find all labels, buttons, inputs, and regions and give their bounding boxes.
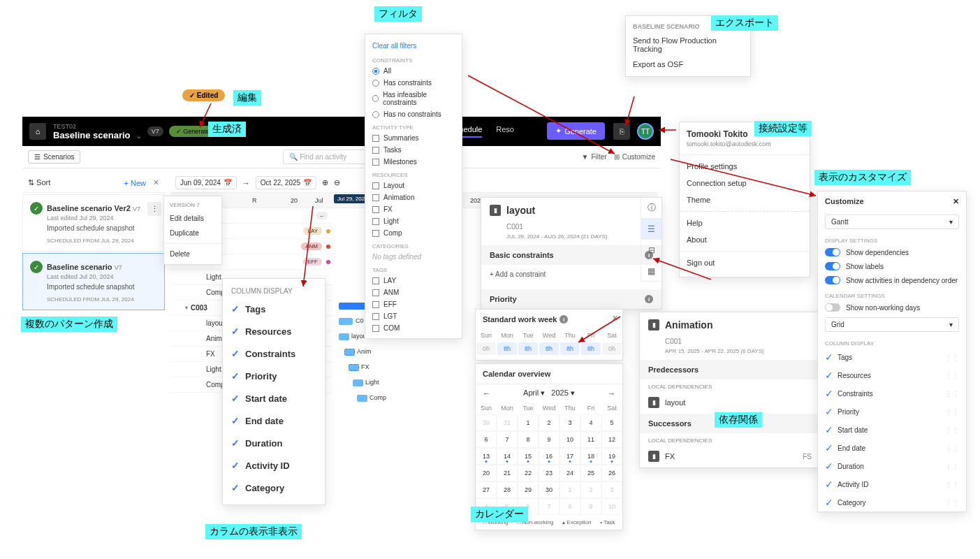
filter-tasks[interactable]: Tasks	[365, 144, 462, 156]
generate-button[interactable]: ✦ Generate	[547, 122, 605, 140]
hours-mon[interactable]: 8h	[497, 342, 517, 355]
calendar-day[interactable]: 28	[497, 481, 518, 498]
list-icon[interactable]: ☰	[641, 219, 661, 240]
calendar-day[interactable]: 13	[476, 448, 497, 465]
calendar-day[interactable]: 1	[560, 481, 580, 498]
filter-summaries[interactable]: Summaries	[365, 132, 462, 144]
calendar-day[interactable]: 4	[580, 414, 601, 431]
toggle-dependencies[interactable]: Show dependencies	[818, 245, 966, 259]
calendar-day[interactable]: 30	[476, 414, 497, 431]
filter-all[interactable]: All	[365, 65, 462, 77]
view-grid-select[interactable]: Grid▾	[825, 317, 959, 332]
duplicate-item[interactable]: Duplicate	[164, 226, 221, 240]
calendar-day[interactable]: 18	[580, 448, 601, 465]
export-icon[interactable]: ⎘	[613, 123, 630, 140]
export-osf-item[interactable]: Export as OSF	[626, 57, 750, 72]
hours-tue[interactable]: 8h	[518, 342, 538, 355]
calendar-day[interactable]: 14	[497, 448, 518, 465]
col-tags[interactable]: ✓Tags	[226, 298, 322, 320]
calendar-day[interactable]: 23	[539, 465, 560, 481]
calendar-day[interactable]: 5	[601, 414, 622, 431]
signout-item[interactable]: Sign out	[680, 254, 810, 271]
home-icon[interactable]: ⌂	[29, 123, 46, 140]
filter-animation[interactable]: Animation	[365, 191, 462, 203]
calendar-day[interactable]: 31	[497, 414, 518, 431]
calendar-day[interactable]: 19	[601, 448, 622, 465]
col-resources[interactable]: ✓Resources	[226, 320, 322, 342]
calendar-day[interactable]: 1	[518, 414, 539, 431]
tag-com[interactable]: COM	[365, 322, 462, 334]
about-item[interactable]: About	[680, 231, 810, 248]
predecessor-item[interactable]: ▮layout	[640, 391, 820, 414]
cc-enddate[interactable]: ✓End date⋮⋮	[818, 439, 966, 457]
calendar-day[interactable]: 30	[539, 481, 560, 498]
hours-sat[interactable]: 0h	[602, 342, 622, 355]
zoom-out-icon[interactable]: ⊖	[334, 178, 340, 187]
cc-activityid[interactable]: ✓Activity ID⋮⋮	[818, 475, 966, 493]
filter-layout[interactable]: Layout	[365, 180, 462, 191]
end-date-input[interactable]: Oct 22, 2025 📅	[256, 176, 316, 189]
start-date-input[interactable]: Jun 09, 2024 📅	[175, 176, 237, 189]
calendar-day[interactable]: 29	[518, 481, 539, 498]
connection-setup-item[interactable]: Connection setup	[680, 175, 810, 191]
export-flow-item[interactable]: Send to Flow Production Tracking	[626, 33, 750, 57]
col-constraints[interactable]: ✓Constraints	[226, 342, 322, 365]
calendar-day[interactable]: 2	[580, 481, 601, 498]
close-icon[interactable]: ✕	[608, 310, 622, 327]
user-avatar[interactable]: TT	[637, 123, 654, 140]
calendar-day[interactable]: 7	[497, 431, 518, 448]
theme-item[interactable]: Theme	[680, 191, 810, 208]
add-constraint-button[interactable]: + Add a constraint	[481, 265, 661, 284]
calendar-day[interactable]: 21	[497, 465, 518, 481]
calendar-day[interactable]: 15	[518, 448, 539, 465]
tag-lgt[interactable]: LGT	[365, 310, 462, 322]
prev-month-icon[interactable]: ←	[483, 389, 490, 398]
scenarios-button[interactable]: ☰ Scenarios	[28, 150, 80, 164]
calendar-day[interactable]: 27	[476, 481, 497, 498]
calendar-day[interactable]: 16	[539, 448, 560, 465]
calendar-day[interactable]: 10	[601, 498, 622, 515]
zoom-in-icon[interactable]: ⊕	[322, 178, 328, 187]
calendar-day[interactable]: 25	[580, 465, 601, 481]
hours-wed[interactable]: 8h	[539, 342, 559, 355]
profile-settings-item[interactable]: Profile settings	[680, 158, 810, 175]
filter-comp[interactable]: Comp	[365, 227, 462, 239]
chevron-down-icon[interactable]: ⌄	[136, 131, 142, 140]
cc-category[interactable]: ✓Category⋮⋮	[818, 493, 966, 511]
calendar-day[interactable]: 22	[518, 465, 539, 481]
customize-button[interactable]: ⊞ Customize	[614, 153, 655, 161]
filter-button[interactable]: ▼ Filter	[582, 153, 607, 161]
clear-filters-link[interactable]: Clear all filters	[365, 38, 462, 53]
calendar-day[interactable]: 3	[560, 414, 580, 431]
more-icon[interactable]: ⋮	[147, 202, 161, 216]
calendar-day[interactable]: 9	[539, 431, 560, 448]
toggle-deporder[interactable]: Show activities in dependency order	[818, 273, 966, 287]
calendar-day[interactable]: 17	[560, 448, 580, 465]
filter-has[interactable]: Has constraints	[365, 77, 462, 89]
toggle-nonworking[interactable]: Show non-working days	[818, 300, 966, 314]
col-duration[interactable]: ✓Duration	[226, 432, 322, 454]
col-activityid[interactable]: ✓Activity ID	[226, 454, 322, 477]
tree-icon[interactable]: ⊟	[641, 240, 661, 261]
hours-thu[interactable]: 8h	[560, 342, 580, 355]
filter-infeasible[interactable]: Has infeasible constraints	[365, 89, 462, 108]
cc-priority[interactable]: ✓Priority⋮⋮	[818, 402, 966, 421]
filter-light[interactable]: Light	[365, 215, 462, 227]
filter-fx[interactable]: FX	[365, 203, 462, 215]
tag-lay[interactable]: LAY	[365, 275, 462, 286]
calendar-day[interactable]: 11	[580, 431, 601, 448]
hours-fri[interactable]: 8h	[581, 342, 601, 355]
cc-tags[interactable]: ✓Tags⋮⋮	[818, 348, 966, 366]
info-icon[interactable]: i	[645, 295, 653, 303]
calendar-day[interactable]: 8	[518, 431, 539, 448]
calendar-day[interactable]: 2	[539, 414, 560, 431]
close-icon[interactable]: ✕	[153, 178, 159, 187]
hours-sun[interactable]: 0h	[476, 342, 496, 355]
calendar-day[interactable]: 3	[601, 481, 622, 498]
help-item[interactable]: Help	[680, 215, 810, 231]
calendar-day[interactable]: 10	[560, 431, 580, 448]
calendar-day[interactable]: 7	[539, 498, 560, 515]
successor-item[interactable]: ▮FXFS	[640, 445, 820, 467]
filter-milestones[interactable]: Milestones	[365, 156, 462, 168]
cc-constraints[interactable]: ✓Constraints⋮⋮	[818, 384, 966, 402]
